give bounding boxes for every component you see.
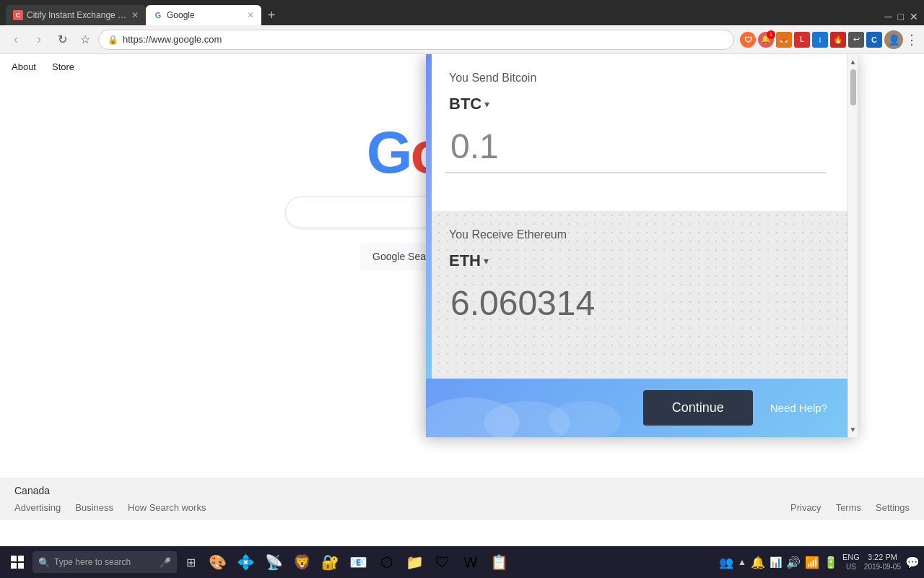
popup-footer: Continue Need Help? xyxy=(426,379,847,437)
privacy-link[interactable]: Privacy xyxy=(790,502,821,513)
taskbar-app-7[interactable]: ⬡ xyxy=(373,549,399,575)
receive-amount: 6.060314 xyxy=(445,280,824,326)
menu-button[interactable]: ⋮ xyxy=(905,32,918,48)
need-help-link[interactable]: Need Help? xyxy=(770,402,827,414)
reload-button[interactable]: ↻ xyxy=(52,30,72,50)
taskbar-app-1[interactable]: 🎨 xyxy=(204,549,230,575)
info-icon[interactable]: i xyxy=(812,32,828,48)
taskbar-app-11[interactable]: 📋 xyxy=(486,549,512,575)
brave-shields-icon[interactable]: 🛡 xyxy=(740,32,756,48)
footer-country: Canada xyxy=(14,485,910,496)
extension-popup: You Send Bitcoin BTC ▾ You Receive Ether… xyxy=(426,54,858,437)
clock[interactable]: 3:22 PM 2019-09-05 xyxy=(864,553,901,571)
citify-tab-title: Citify Instant Exchange - Edit Item xyxy=(27,10,128,20)
how-search-works-link[interactable]: How Search works xyxy=(128,502,206,513)
taskbar-app-9[interactable]: 🛡 xyxy=(430,549,456,575)
lastpass-icon[interactable]: L xyxy=(794,32,810,48)
taskbar-app-5[interactable]: 🔐 xyxy=(317,549,343,575)
taskbar-app-8[interactable]: 📁 xyxy=(401,549,427,575)
back-button[interactable]: ‹ xyxy=(6,30,26,50)
navigation-bar: ‹ › ↻ ☆ 🔒 https://www.google.com 🛡 🔔 1 🦊… xyxy=(0,25,924,54)
receive-section: You Receive Ethereum ETH ▾ 6.060314 xyxy=(426,211,847,379)
new-tab-button[interactable]: + xyxy=(261,5,282,25)
advertising-link[interactable]: Advertising xyxy=(14,502,61,513)
bookmark-button[interactable]: ☆ xyxy=(75,30,95,50)
tray-app-2[interactable]: 📊 xyxy=(770,556,782,568)
business-link[interactable]: Business xyxy=(75,502,113,513)
receive-accent-bar xyxy=(426,211,432,379)
time-display: 3:22 PM xyxy=(864,553,901,562)
scroll-thumb[interactable] xyxy=(850,69,856,105)
language-indicator[interactable]: ENG US xyxy=(842,553,860,571)
taskbar-app-10[interactable]: W xyxy=(458,549,484,575)
citify-ext-icon[interactable]: C xyxy=(866,32,882,48)
send-section: You Send Bitcoin BTC ▾ xyxy=(426,54,847,211)
btc-dropdown[interactable]: BTC ▾ xyxy=(449,95,824,113)
scroll-up-arrow[interactable]: ▲ xyxy=(847,56,859,68)
taskbar-app-6[interactable]: 📧 xyxy=(345,549,371,575)
extensions-area: 🛡 🔔 1 🦊 L i 🔥 ↩ C 👤 ⋮ xyxy=(740,30,918,49)
notification-icon[interactable]: 🔔 1 xyxy=(758,32,774,48)
eth-dropdown[interactable]: ETH ▾ xyxy=(449,251,824,270)
tray-app-1[interactable]: 🔔 xyxy=(751,556,765,569)
taskbar-app-4[interactable]: 🦁 xyxy=(289,549,315,575)
date-display: 2019-09-05 xyxy=(864,563,901,571)
google-tab-close[interactable]: ✕ xyxy=(247,10,254,20)
store-link[interactable]: Store xyxy=(52,61,74,72)
tray-app-3[interactable]: 🔊 xyxy=(786,556,801,569)
continue-button[interactable]: Continue xyxy=(643,390,753,426)
tab-citify[interactable]: C Citify Instant Exchange - Edit Item ✕ xyxy=(6,5,146,25)
tray-up-arrow[interactable]: ▲ xyxy=(738,557,746,567)
history-icon[interactable]: ↩ xyxy=(848,32,864,48)
minimize-button[interactable]: ─ xyxy=(885,11,892,22)
send-label: You Send Bitcoin xyxy=(449,72,824,85)
forward-button[interactable]: › xyxy=(29,30,49,50)
popup-content: You Send Bitcoin BTC ▾ You Receive Ether… xyxy=(426,54,847,437)
taskbar-search-placeholder: Type here to search xyxy=(54,557,131,567)
taskbar-search-container[interactable]: 🔍 Type here to search 🎤 xyxy=(32,551,177,573)
profile-avatar[interactable]: 👤 xyxy=(884,30,903,49)
citify-favicon: C xyxy=(13,10,23,20)
tray-app-4[interactable]: 📶 xyxy=(805,556,819,569)
taskbar-app-3[interactable]: 📡 xyxy=(261,549,287,575)
url-text: https://www.google.com xyxy=(123,34,222,45)
about-link[interactable]: About xyxy=(12,61,36,72)
page-content: About Store Google Google Search I'm Fee… xyxy=(0,54,924,520)
notification-center[interactable]: 💬 xyxy=(905,556,920,569)
send-accent-bar xyxy=(426,54,432,211)
tab-google[interactable]: G Google ✕ xyxy=(146,5,261,25)
metamask-icon[interactable]: 🦊 xyxy=(776,32,792,48)
start-button[interactable] xyxy=(4,549,30,575)
google-footer: Canada Advertising Business How Search w… xyxy=(0,478,924,520)
people-icon[interactable]: 👥 xyxy=(719,556,733,569)
browser-chrome: C Citify Instant Exchange - Edit Item ✕ … xyxy=(0,0,924,25)
eth-label: ETH xyxy=(449,251,481,270)
battery-icon[interactable]: 🔋 xyxy=(824,556,838,569)
google-tab-title: Google xyxy=(167,10,195,20)
lock-icon: 🔒 xyxy=(108,35,118,45)
popup-scrollbar[interactable]: ▲ ▼ xyxy=(847,54,858,437)
settings-link[interactable]: Settings xyxy=(876,502,910,513)
send-amount-input[interactable] xyxy=(445,124,826,173)
address-bar[interactable]: 🔒 https://www.google.com xyxy=(98,30,734,50)
terms-link[interactable]: Terms xyxy=(836,502,861,513)
language-text: ENG xyxy=(842,553,860,562)
close-button[interactable]: ✕ xyxy=(910,11,918,22)
btc-label: BTC xyxy=(449,95,481,113)
taskbar: 🔍 Type here to search 🎤 ⊞ 🎨 💠 📡 🦁 🔐 📧 ⬡ … xyxy=(0,546,924,578)
mic-icon: 🎤 xyxy=(160,557,171,568)
scroll-down-arrow[interactable]: ▼ xyxy=(847,423,859,436)
google-favicon: G xyxy=(153,10,163,20)
maximize-button[interactable]: □ xyxy=(898,11,904,22)
sublanguage-text: US xyxy=(842,563,860,571)
search-icon: 🔍 xyxy=(38,557,50,568)
ext5-icon[interactable]: 🔥 xyxy=(830,32,846,48)
eth-dropdown-arrow: ▾ xyxy=(484,255,489,267)
citify-tab-close[interactable]: ✕ xyxy=(131,10,139,20)
btc-dropdown-arrow: ▾ xyxy=(484,98,489,110)
task-view-button[interactable]: ⊞ xyxy=(179,551,202,574)
taskbar-app-2[interactable]: 💠 xyxy=(232,549,258,575)
system-tray: 👥 ▲ 🔔 📊 🔊 📶 🔋 ENG US 3:22 PM 2019-09-05 … xyxy=(719,553,920,571)
receive-label: You Receive Ethereum xyxy=(449,228,824,241)
